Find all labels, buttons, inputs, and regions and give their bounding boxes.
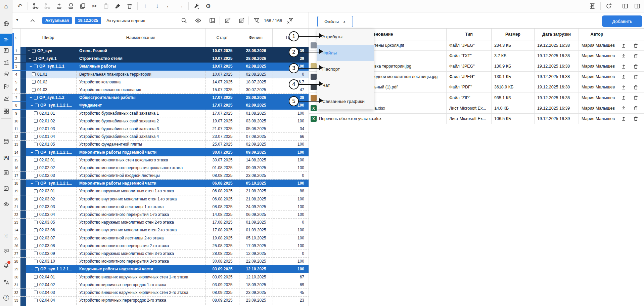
collapse-toggle-icon[interactable] [27,48,30,53]
settings-button[interactable]: ⚙ [204,2,212,10]
row-checkbox[interactable] [32,88,36,92]
sidebar-item-home[interactable]: ⌂ [0,1,12,12]
task-row[interactable]: 26 02.03.08 Устройство монолитного перек… [12,242,309,250]
dropdown-menu-item[interactable]: Файлы [317,45,374,61]
sidebar-item-info[interactable]: i [0,292,12,303]
task-row[interactable]: 28 02.03.10 Устройство монолитного перек… [12,258,309,265]
row-checkbox[interactable] [34,174,38,178]
task-row[interactable]: 13 02.01.05 Устройство фундаментной плит… [12,141,309,148]
select-checked-button[interactable] [224,16,232,25]
task-row[interactable]: 15 02.02.01 Устройство монолитных стен ц… [12,156,309,164]
row-checkbox[interactable] [35,104,39,107]
search-button[interactable] [180,16,188,25]
sidebar-item-visibility[interactable] [0,198,12,210]
task-row[interactable]: 4 01.01 Вертикальная планировка территор… [12,71,309,78]
dropdown-menu-item[interactable]: Чат [317,77,374,93]
task-row[interactable]: 24 02.03.06 Устройство внутренних моноли… [12,226,309,234]
sidebar-item-calendar[interactable] [0,183,12,194]
delete-file-button[interactable] [632,42,639,49]
format-brush-button[interactable] [114,2,122,10]
sidebar-item-layers[interactable] [0,68,12,80]
collapse-toggle-icon[interactable] [28,56,31,61]
sidebar-item-theme[interactable]: ☼ [0,230,12,241]
row-checkbox[interactable] [34,283,38,286]
task-row[interactable]: 22 02.03.04 Устройство монолитного перек… [12,211,309,219]
upload-file-button[interactable] [620,115,627,122]
row-checkbox[interactable] [34,143,38,146]
deselect-checked-button[interactable] [238,16,246,25]
clear-filter-button[interactable] [286,16,294,25]
row-checkbox[interactable] [34,291,38,294]
task-row[interactable]: 8 OP_syn.1.1.2.1... Фундамент 17.07.2025… [12,102,309,109]
move-left-button[interactable]: ← [165,2,173,10]
task-row[interactable]: 19 02.03.01 Устройство наружных монолитн… [12,187,309,195]
task-row[interactable]: 3 OP_syn.1.1.1 Земляные работы 10.07.202… [12,63,309,70]
task-row[interactable]: 27 02.03.09 Устройство наружных монолитн… [12,250,309,258]
task-row[interactable]: 6 01.03 Устройство песчаного основания 1… [12,86,309,94]
expand-panel-icon[interactable]: › [15,35,16,41]
version-caret-button[interactable]: ▾ [16,17,18,22]
row-checkbox[interactable] [34,213,38,217]
task-row[interactable]: 17 02.02.03 Устройство монолитной входно… [12,172,309,180]
row-checkbox[interactable] [34,166,38,169]
copy-button[interactable] [79,2,87,10]
delete-file-button[interactable] [632,84,639,90]
row-checkbox[interactable] [32,80,36,84]
task-row[interactable]: 9 02.01.01 Устройство буронабивных свай … [12,110,309,117]
row-checkbox[interactable] [34,299,38,302]
row-checkbox[interactable] [34,260,38,263]
delete-file-button[interactable] [632,94,639,101]
upload-file-button[interactable] [620,63,627,70]
sidebar-item-hatch[interactable] [0,93,12,104]
scroll-indicator[interactable] [12,33,14,69]
sidebar-item-language[interactable] [0,276,12,288]
row-checkbox[interactable] [33,57,37,61]
upload-file-button[interactable] [620,42,627,49]
task-row[interactable]: 11 02.01.03 Устройство буронабивных свай… [12,125,309,133]
sidebar-item-flag[interactable] [0,81,12,92]
task-row[interactable]: 18 OP_syn.1.1.2.1... Монолитные работы н… [12,180,309,187]
collapse-toggle-icon[interactable] [29,64,32,69]
duplicate-row-button[interactable] [67,2,75,10]
sidebar-item-attributes[interactable]: [A] [0,151,12,163]
filter-button[interactable] [252,16,261,25]
move-down-button[interactable]: ↓ [153,2,161,10]
move-right-button[interactable]: → [177,2,185,10]
row-checkbox[interactable] [34,96,38,100]
collapse-all-button[interactable] [29,16,37,25]
delete-file-button[interactable] [632,105,639,112]
row-checkbox[interactable] [35,267,39,271]
upload-file-button[interactable] [620,84,627,90]
row-checkbox[interactable] [34,244,38,247]
row-checkbox[interactable] [34,252,38,255]
collapse-expand-button[interactable] [588,2,596,10]
row-checkbox[interactable] [34,221,38,224]
task-row[interactable]: 34 02.04.05 Устройство внешних наружных … [12,304,309,306]
task-row[interactable]: 12 02.01.04 Устройство буронабивных свай… [12,133,309,141]
row-checkbox[interactable] [32,49,36,53]
row-checkbox[interactable] [34,189,38,193]
task-row[interactable]: 2 OP_syn.1 Строительство отеля 10.07.202… [12,55,309,63]
row-checkbox[interactable] [34,197,38,201]
delete-file-button[interactable] [632,115,639,122]
delete-file-button[interactable] [632,52,639,59]
sidebar-item-chat[interactable] [0,245,12,256]
task-row[interactable]: 23 02.03.05 Устройство наружных монолитн… [12,219,309,226]
row-checkbox[interactable] [34,135,38,139]
sidebar-item-list[interactable] [0,167,12,178]
toggle-left-panel-button[interactable] [621,2,629,10]
task-row[interactable]: 29 OP_syn.1.1.2.1... Кладочные работы на… [12,265,309,273]
collapse-toggle-icon[interactable] [30,267,33,271]
row-checkbox[interactable] [32,72,36,76]
insert-row-button[interactable] [55,2,63,10]
visibility-button[interactable] [194,16,202,25]
delete-file-button[interactable] [632,73,639,80]
tools-button[interactable] [192,2,200,10]
files-dropdown-button[interactable]: Файлы [317,16,353,27]
collapse-toggle-icon[interactable] [29,95,32,100]
sidebar-item-kanban[interactable] [0,45,12,56]
task-row[interactable]: 16 02.02.02 Устройство монолитного перек… [12,164,309,172]
task-row[interactable]: 31 02.04.02 Устройство кирпичных перегор… [12,281,309,289]
delete-file-button[interactable] [632,63,639,70]
toggle-right-panel-button[interactable] [633,2,641,10]
